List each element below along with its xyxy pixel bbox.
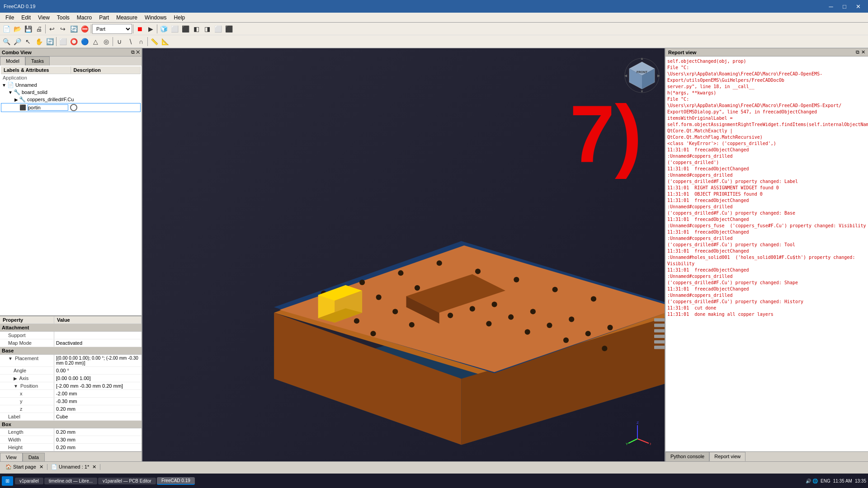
edit-indicator[interactable] <box>70 104 77 111</box>
tree-row-coppers[interactable]: ▶ 🔧 coppers_drilled#F.Cu <box>1 96 141 103</box>
prop-row-position[interactable]: ▼ Position [-2.00 mm -0.30 mm 0.20 mm] <box>0 382 142 390</box>
rotate-button[interactable]: 🔄 <box>44 36 55 47</box>
measure-linear-button[interactable]: 📏 <box>149 36 160 47</box>
position-toggle[interactable]: ▼ <box>14 384 18 389</box>
stop-macro-button[interactable]: ⏹ <box>134 23 145 34</box>
undock-button[interactable]: ⧉ <box>131 49 135 55</box>
zoom-out-button[interactable]: 🔎 <box>12 36 23 47</box>
menu-measure[interactable]: Measure <box>113 14 141 22</box>
tree-row-portin[interactable]: ▶ ⬛ <box>1 103 141 112</box>
prop-row-axis[interactable]: ▶ Axis [0.00 0.00 1.00] <box>0 375 142 382</box>
tab-report-view[interactable]: Report view <box>709 452 745 461</box>
torus-button[interactable]: ◎ <box>101 36 112 47</box>
unnamed-status[interactable]: 📄 Unnamed : 1* ✕ <box>47 464 100 470</box>
view-back-button[interactable]: ⬛ <box>180 23 191 34</box>
close-panel-button[interactable]: ✕ <box>136 49 140 55</box>
tree-toggle-coppers[interactable]: ▶ <box>14 97 18 102</box>
view-bottom-button[interactable]: ⬛ <box>223 23 234 34</box>
tab-python-console[interactable]: Python console <box>665 452 709 461</box>
viewport[interactable]: 7) FRONT ▲ ▼ ◀ ▶ <box>142 48 665 461</box>
start-button[interactable]: ⊞ <box>2 476 13 486</box>
boolean-cut-button[interactable]: ∖ <box>125 36 136 47</box>
view3d-button[interactable]: 🧊 <box>158 23 169 34</box>
hole-15 <box>569 316 574 322</box>
menu-edit[interactable]: Edit <box>18 14 34 22</box>
refresh-button[interactable]: 🔄 <box>68 23 79 34</box>
cone-button[interactable]: △ <box>90 36 101 47</box>
view-top-button[interactable]: ⬜ <box>212 23 223 34</box>
select-button[interactable]: ↖ <box>23 36 33 47</box>
taskbar-libreoffice[interactable]: timeline.odt — Libre... <box>44 478 97 484</box>
tab-view[interactable]: View <box>0 453 23 461</box>
prop-row-width[interactable]: Width 0.30 mm <box>0 436 142 444</box>
minimize-button[interactable]: ─ <box>825 2 837 11</box>
prop-row-mapmode[interactable]: Map Mode Deactivated <box>0 339 142 347</box>
open-button[interactable]: 📂 <box>12 23 23 34</box>
menu-tools[interactable]: Tools <box>53 14 73 22</box>
box-button[interactable]: ⬜ <box>57 36 68 47</box>
menu-view[interactable]: View <box>34 14 53 22</box>
redo-button[interactable]: ↪ <box>57 23 68 34</box>
view-left-button[interactable]: ◧ <box>191 23 202 34</box>
prop-row-y[interactable]: y -0.30 mm <box>0 398 142 405</box>
report-close[interactable]: ✕ <box>861 49 865 55</box>
prop-row-placement[interactable]: ▼ Placement [(0.00 0.00 1.00); 0.00 °; (… <box>0 355 142 367</box>
zoom-in-button[interactable]: 🔍 <box>1 36 12 47</box>
measure-angular-button[interactable]: 📐 <box>160 36 170 47</box>
restore-button[interactable]: □ <box>838 2 851 11</box>
view-front-button[interactable]: ⬜ <box>169 23 180 34</box>
view-right-button[interactable]: ◨ <box>202 23 212 34</box>
tree-toggle-board[interactable]: ▼ <box>8 90 13 95</box>
menu-windows[interactable]: Windows <box>141 14 170 22</box>
workbench-dropdown[interactable]: Part Part Design Sketcher <box>92 24 132 34</box>
pan-button[interactable]: ✋ <box>33 36 44 47</box>
tree-label-portin-input[interactable] <box>28 104 68 111</box>
new-button[interactable]: 📄 <box>1 23 12 34</box>
unnamed-close[interactable]: ✕ <box>92 464 96 469</box>
taskbar-pcb-editor[interactable]: v1parallel — PCB Editor <box>98 478 156 484</box>
cylinder-button[interactable]: ⭕ <box>68 36 79 47</box>
save-button[interactable]: 💾 <box>23 23 33 34</box>
report-line-4: server.py", line 18, in __call__ <box>667 84 866 90</box>
tab-model[interactable]: Model <box>0 56 25 66</box>
prop-row-length[interactable]: Length 0.20 mm <box>0 428 142 436</box>
tree-section-app: Application <box>1 74 141 81</box>
nav-cube[interactable]: FRONT ▲ ▼ ◀ ▶ <box>624 57 660 94</box>
start-page-status[interactable]: 🏠 Start page ✕ <box>2 464 47 470</box>
tab-tasks[interactable]: Tasks <box>25 56 50 66</box>
prop-row-x[interactable]: x -2.00 mm <box>0 390 142 398</box>
start-page-close[interactable]: ✕ <box>39 464 43 469</box>
connector-pin-1 <box>654 318 665 321</box>
tree-row-board-solid[interactable]: ▼ 🔧 board_solid <box>1 89 141 96</box>
close-button[interactable]: ✕ <box>852 2 864 11</box>
print-button[interactable]: 🖨 <box>33 23 44 34</box>
tree-toggle-unnamed[interactable]: ▼ <box>2 83 6 88</box>
menu-macro[interactable]: Macro <box>73 14 95 22</box>
menu-help[interactable]: Help <box>170 14 189 22</box>
placement-toggle[interactable]: ▼ <box>8 356 13 361</box>
stop-button[interactable]: ⛔ <box>79 23 90 34</box>
prop-row-z[interactable]: z 0.20 mm <box>0 405 142 413</box>
tree-row-unnamed[interactable]: ▼ 📄 Unnamed <box>1 81 141 89</box>
report-content[interactable]: self.objectChanged(obj, prop) File "C: \… <box>665 56 868 451</box>
prop-row-label[interactable]: Label Cube <box>0 413 142 421</box>
taskbar-freecad[interactable]: FreeCAD 0.19 <box>157 477 195 485</box>
undo-button[interactable]: ↩ <box>47 23 57 34</box>
prop-row-height[interactable]: Height 0.20 mm <box>0 444 142 451</box>
report-line-16: 11:31:01 freecadObjectChanged <box>667 166 866 172</box>
prop-value-z: 0.20 mm <box>54 405 142 413</box>
nav-cube-svg[interactable]: FRONT ▲ ▼ ◀ ▶ <box>624 57 660 94</box>
exec-macro-button[interactable]: ▶ <box>145 23 156 34</box>
tab-data[interactable]: Data <box>23 453 45 461</box>
hole-24 <box>370 331 376 336</box>
menu-file[interactable]: File <box>2 14 18 22</box>
prop-row-support[interactable]: Support <box>0 332 142 339</box>
prop-row-angle[interactable]: Angle 0.00 ° <box>0 367 142 375</box>
boolean-union-button[interactable]: ∪ <box>114 36 125 47</box>
menu-part[interactable]: Part <box>95 14 113 22</box>
report-undock[interactable]: ⧉ <box>856 49 859 55</box>
boolean-intersect-button[interactable]: ∩ <box>136 36 146 47</box>
axis-toggle[interactable]: ▶ <box>14 376 17 381</box>
sphere-button[interactable]: 🔵 <box>79 36 90 47</box>
taskbar-v1parallel[interactable]: v1parallel <box>15 478 43 484</box>
